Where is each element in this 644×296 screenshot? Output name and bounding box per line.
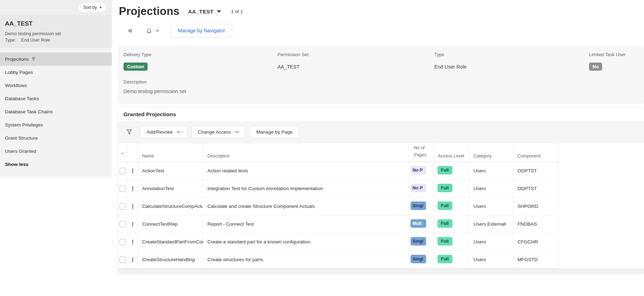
permission-set-description: Demo testing permission set — [5, 31, 107, 36]
record-selector-value: AA_TEST — [188, 9, 214, 15]
projections-table-body: ⋮ ActionTest Action related tests No P F… — [118, 162, 558, 269]
field-limited-task-user: Limited Task User No — [589, 52, 639, 71]
main-content: Projections AA_TEST 1 of 1 « Man — [112, 0, 644, 296]
column-header-name: Name — [138, 143, 203, 162]
chevron-down-icon — [177, 131, 181, 133]
cell-category: Users — [469, 233, 513, 251]
cell-component: ODPTST — [513, 162, 558, 180]
record-selector[interactable]: AA_TEST — [188, 9, 221, 15]
column-header-component: Component — [513, 143, 558, 162]
cell-name: ActionTest — [138, 162, 203, 180]
cell-name: ConnectTestRep — [138, 215, 203, 233]
row-menu-header — [128, 143, 138, 162]
cell-component: FNDBAS — [513, 215, 558, 233]
kebab-menu-icon[interactable]: ⋮ — [130, 203, 136, 209]
column-header-category: Category — [469, 143, 513, 162]
filter-button[interactable] — [123, 127, 136, 137]
granted-projections-table: ✓ Name Description No of Pages Access Le… — [118, 143, 558, 269]
sidebar-item-users-granted[interactable]: Users Granted — [0, 145, 112, 158]
access-level-badge: Full — [437, 255, 452, 263]
cell-category: Users — [469, 180, 513, 198]
manage-by-navigator-button[interactable]: Manage by Navigator — [171, 24, 232, 37]
horizontal-scrollbar[interactable] — [118, 269, 644, 274]
cell-component: MFGSTD — [513, 251, 558, 269]
filter-icon — [126, 129, 133, 135]
add-revoke-button[interactable]: Add/Revoke — [140, 126, 187, 138]
cell-description: Integration Test for Custom Annotation I… — [203, 180, 408, 198]
sidebar-item-database-tasks[interactable]: Database Tasks — [0, 92, 112, 105]
cell-description: Calculate and create Structure Component… — [203, 198, 408, 215]
sidebar: Sort by ▾ AA_TEST Demo testing permissio… — [0, 0, 112, 177]
cell-category: Users — [469, 251, 513, 269]
pages-badge: Singl — [411, 255, 426, 263]
kebab-menu-icon[interactable]: ⋮ — [130, 185, 136, 192]
table-row: ⋮ CreateStructureHandling Create structu… — [118, 251, 558, 269]
collapse-panel-button[interactable]: « — [123, 27, 137, 34]
page-title: Projections — [119, 5, 180, 18]
sidebar-item-lobby-pages[interactable]: Lobby Pages — [0, 66, 112, 79]
sidebar-item-system-privileges[interactable]: System Privileges — [0, 118, 112, 131]
type-value: End User Role — [21, 38, 50, 43]
access-level-badge: Full — [437, 184, 452, 192]
table-row: ⋮ ActionTest Action related tests No P F… — [118, 162, 558, 180]
row-checkbox[interactable] — [120, 203, 126, 210]
select-all-checkbox[interactable]: ✓ — [118, 143, 128, 162]
sidebar-item-projections[interactable]: Projections — [0, 53, 112, 66]
sidebar-item-database-task-chains[interactable]: Database Task Chains — [0, 105, 112, 118]
access-level-badge: Full — [437, 201, 452, 210]
sort-by-label: Sort by — [83, 5, 97, 10]
table-row: ⋮ AnnotationTest Integration Test for Cu… — [118, 180, 558, 198]
row-checkbox[interactable] — [120, 239, 126, 245]
pin-icon — [32, 57, 35, 61]
cell-description: Create structures for parts. — [203, 251, 408, 269]
access-level-badge: Full — [437, 237, 452, 246]
manage-by-page-button[interactable]: Manage by Page — [250, 126, 299, 138]
row-checkbox[interactable] — [120, 168, 126, 174]
cell-category: Users — [469, 162, 513, 180]
section-title: Granted Projections — [118, 108, 644, 121]
cell-component: ODPTST — [513, 180, 558, 198]
kebab-menu-icon[interactable]: ⋮ — [130, 239, 136, 245]
record-count: 1 of 1 — [231, 9, 243, 14]
cell-name: CreateStandardPartFromConfigu — [138, 233, 203, 251]
chevron-down-icon — [235, 131, 239, 133]
pages-badge: Singl — [411, 201, 426, 210]
change-access-button[interactable]: Change Access — [192, 126, 246, 138]
cell-category: Users — [469, 198, 513, 215]
table-header-row: ✓ Name Description No of Pages Access Le… — [118, 143, 558, 162]
sidebar-show-less[interactable]: Show less — [0, 158, 112, 171]
cell-description: Create a standard part for a known confi… — [203, 233, 408, 251]
cell-name: AnnotationTest — [138, 180, 203, 198]
sidebar-item-grant-structure[interactable]: Grant Structure — [0, 131, 112, 145]
field-type: Type End User Role — [434, 52, 589, 71]
sort-by-button[interactable]: Sort by ▾ — [79, 3, 106, 12]
caret-down-icon: ▾ — [100, 6, 101, 9]
column-header-description: Description — [203, 143, 408, 162]
kebab-menu-icon[interactable]: ⋮ — [130, 257, 136, 263]
chevron-down-icon — [155, 29, 159, 32]
table-row: ⋮ CreateStandardPartFromConfigu Create a… — [118, 233, 558, 251]
delivery-type-badge: Custom — [123, 63, 148, 71]
cell-name: CreateStructureHandling — [138, 251, 203, 269]
row-checkbox[interactable] — [120, 185, 126, 192]
sidebar-nav: Projections Lobby Pages Workflows Databa… — [0, 48, 112, 171]
access-level-badge: Full — [437, 219, 452, 228]
field-description: Description Demo testing permission set — [123, 79, 639, 94]
permission-set-name: AA_TEST — [5, 20, 107, 27]
kebab-menu-icon[interactable]: ⋮ — [130, 221, 136, 227]
row-checkbox[interactable] — [120, 257, 126, 263]
kebab-menu-icon[interactable]: ⋮ — [130, 168, 136, 174]
notifications-button[interactable] — [142, 27, 163, 34]
cell-category: Users,Externall — [469, 215, 513, 233]
cell-name: CalculateStructureCompActualsH — [138, 198, 203, 215]
cell-component: CFGCHR — [513, 233, 558, 251]
grid-toolbar: Add/Revoke Change Access Manage by Page — [118, 121, 644, 143]
bell-icon — [146, 27, 152, 34]
field-permission-set: Permission Set AA_TEST — [277, 52, 434, 71]
sidebar-item-workflows[interactable]: Workflows — [0, 79, 112, 92]
field-delivery-type: Delivery Type Custom — [123, 52, 277, 71]
row-checkbox[interactable] — [120, 221, 126, 227]
table-row: ⋮ CalculateStructureCompActualsH Calcula… — [118, 198, 558, 215]
access-level-badge: Full — [437, 166, 452, 174]
column-header-pages: No of Pages — [408, 143, 434, 162]
